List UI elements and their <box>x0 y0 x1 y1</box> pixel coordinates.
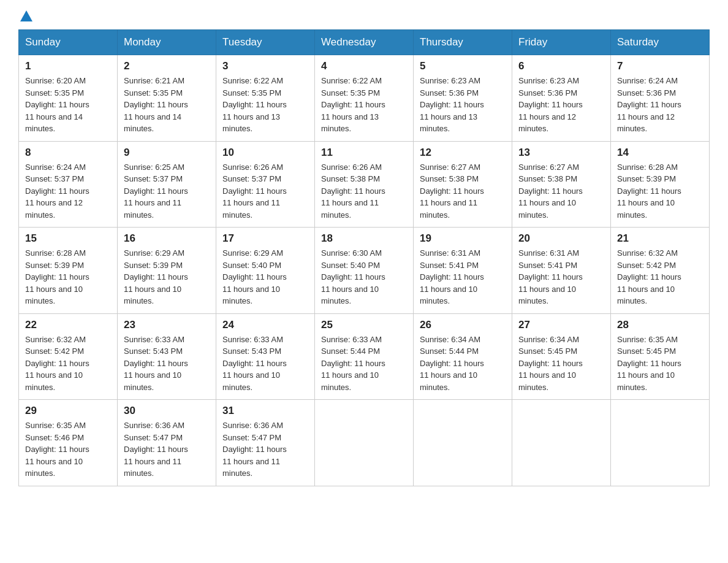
calendar-cell: 29Sunrise: 6:35 AMSunset: 5:46 PMDayligh… <box>19 400 118 486</box>
calendar-cell: 31Sunrise: 6:36 AMSunset: 5:47 PMDayligh… <box>216 400 315 486</box>
header-cell-thursday: Thursday <box>414 30 512 55</box>
day-number: 20 <box>518 232 604 245</box>
calendar-cell: 26Sunrise: 6:34 AMSunset: 5:44 PMDayligh… <box>414 313 512 400</box>
day-info: Sunrise: 6:30 AMSunset: 5:40 PMDaylight:… <box>321 247 407 307</box>
day-info: Sunrise: 6:21 AMSunset: 5:35 PMDaylight:… <box>124 75 210 135</box>
day-number: 16 <box>124 232 210 245</box>
day-info: Sunrise: 6:29 AMSunset: 5:40 PMDaylight:… <box>222 247 308 307</box>
day-number: 13 <box>518 147 604 159</box>
calendar-cell <box>414 400 512 486</box>
calendar-cell: 24Sunrise: 6:33 AMSunset: 5:43 PMDayligh… <box>216 313 315 400</box>
day-info: Sunrise: 6:22 AMSunset: 5:35 PMDaylight:… <box>321 75 407 135</box>
day-number: 28 <box>617 319 703 331</box>
day-info: Sunrise: 6:33 AMSunset: 5:43 PMDaylight:… <box>124 334 210 394</box>
calendar-cell: 5Sunrise: 6:23 AMSunset: 5:36 PMDaylight… <box>414 55 512 142</box>
day-info: Sunrise: 6:20 AMSunset: 5:35 PMDaylight:… <box>25 75 111 135</box>
calendar-cell: 6Sunrise: 6:23 AMSunset: 5:36 PMDaylight… <box>512 55 611 142</box>
calendar-cell: 25Sunrise: 6:33 AMSunset: 5:44 PMDayligh… <box>315 313 414 400</box>
week-row-5: 29Sunrise: 6:35 AMSunset: 5:46 PMDayligh… <box>19 400 710 486</box>
week-row-1: 1Sunrise: 6:20 AMSunset: 5:35 PMDaylight… <box>19 55 710 142</box>
day-info: Sunrise: 6:32 AMSunset: 5:42 PMDaylight:… <box>25 334 111 394</box>
week-row-4: 22Sunrise: 6:32 AMSunset: 5:42 PMDayligh… <box>19 313 710 400</box>
calendar-cell: 13Sunrise: 6:27 AMSunset: 5:38 PMDayligh… <box>512 141 611 228</box>
day-number: 25 <box>321 319 407 331</box>
day-info: Sunrise: 6:29 AMSunset: 5:39 PMDaylight:… <box>124 247 210 307</box>
calendar-cell: 16Sunrise: 6:29 AMSunset: 5:39 PMDayligh… <box>118 228 216 314</box>
day-number: 30 <box>124 405 210 417</box>
day-number: 17 <box>222 232 308 245</box>
calendar-cell: 3Sunrise: 6:22 AMSunset: 5:35 PMDaylight… <box>216 55 315 142</box>
header-cell-wednesday: Wednesday <box>315 30 414 55</box>
day-info: Sunrise: 6:32 AMSunset: 5:42 PMDaylight:… <box>617 247 703 307</box>
header-cell-sunday: Sunday <box>19 30 118 55</box>
day-info: Sunrise: 6:35 AMSunset: 5:46 PMDaylight:… <box>25 419 111 480</box>
calendar-cell: 18Sunrise: 6:30 AMSunset: 5:40 PMDayligh… <box>315 228 414 314</box>
day-number: 5 <box>420 60 506 72</box>
day-number: 23 <box>124 319 210 331</box>
calendar-cell: 27Sunrise: 6:34 AMSunset: 5:45 PMDayligh… <box>512 313 611 400</box>
day-number: 18 <box>321 232 407 245</box>
calendar-cell: 10Sunrise: 6:26 AMSunset: 5:37 PMDayligh… <box>216 141 315 228</box>
day-number: 11 <box>321 147 407 159</box>
day-number: 6 <box>518 60 604 72</box>
day-info: Sunrise: 6:35 AMSunset: 5:45 PMDaylight:… <box>617 334 703 394</box>
calendar-cell: 19Sunrise: 6:31 AMSunset: 5:41 PMDayligh… <box>414 228 512 314</box>
day-number: 3 <box>222 60 308 72</box>
day-info: Sunrise: 6:24 AMSunset: 5:37 PMDaylight:… <box>25 161 111 221</box>
calendar-cell <box>611 400 710 486</box>
logo-triangle-icon <box>20 10 32 21</box>
day-number: 8 <box>25 147 111 159</box>
day-info: Sunrise: 6:28 AMSunset: 5:39 PMDaylight:… <box>25 247 111 307</box>
day-number: 2 <box>124 60 210 72</box>
day-number: 10 <box>222 147 308 159</box>
calendar-cell: 17Sunrise: 6:29 AMSunset: 5:40 PMDayligh… <box>216 228 315 314</box>
calendar-cell <box>315 400 414 486</box>
day-info: Sunrise: 6:34 AMSunset: 5:44 PMDaylight:… <box>420 334 506 394</box>
calendar-cell: 20Sunrise: 6:31 AMSunset: 5:41 PMDayligh… <box>512 228 611 314</box>
day-info: Sunrise: 6:36 AMSunset: 5:47 PMDaylight:… <box>124 419 210 480</box>
week-row-3: 15Sunrise: 6:28 AMSunset: 5:39 PMDayligh… <box>19 228 710 314</box>
calendar-cell: 30Sunrise: 6:36 AMSunset: 5:47 PMDayligh… <box>118 400 216 486</box>
day-number: 29 <box>25 405 111 417</box>
day-number: 12 <box>420 147 506 159</box>
day-number: 15 <box>25 232 111 245</box>
calendar-cell: 11Sunrise: 6:26 AMSunset: 5:38 PMDayligh… <box>315 141 414 228</box>
day-info: Sunrise: 6:31 AMSunset: 5:41 PMDaylight:… <box>518 247 604 307</box>
header-row: SundayMondayTuesdayWednesdayThursdayFrid… <box>19 30 710 55</box>
calendar-cell <box>512 400 611 486</box>
day-number: 14 <box>617 147 703 159</box>
header-cell-friday: Friday <box>512 30 611 55</box>
calendar-cell: 12Sunrise: 6:27 AMSunset: 5:38 PMDayligh… <box>414 141 512 228</box>
day-info: Sunrise: 6:27 AMSunset: 5:38 PMDaylight:… <box>518 161 604 221</box>
day-number: 22 <box>25 319 111 331</box>
day-info: Sunrise: 6:25 AMSunset: 5:37 PMDaylight:… <box>124 161 210 221</box>
week-row-2: 8Sunrise: 6:24 AMSunset: 5:37 PMDaylight… <box>19 141 710 228</box>
day-number: 9 <box>124 147 210 159</box>
calendar-cell: 9Sunrise: 6:25 AMSunset: 5:37 PMDaylight… <box>118 141 216 228</box>
day-info: Sunrise: 6:22 AMSunset: 5:35 PMDaylight:… <box>222 75 308 135</box>
day-info: Sunrise: 6:23 AMSunset: 5:36 PMDaylight:… <box>518 75 604 135</box>
day-info: Sunrise: 6:26 AMSunset: 5:38 PMDaylight:… <box>321 161 407 221</box>
day-info: Sunrise: 6:28 AMSunset: 5:39 PMDaylight:… <box>617 161 703 221</box>
day-number: 4 <box>321 60 407 72</box>
day-number: 7 <box>617 60 703 72</box>
day-info: Sunrise: 6:24 AMSunset: 5:36 PMDaylight:… <box>617 75 703 135</box>
calendar-cell: 8Sunrise: 6:24 AMSunset: 5:37 PMDaylight… <box>19 141 118 228</box>
day-info: Sunrise: 6:33 AMSunset: 5:43 PMDaylight:… <box>222 334 308 394</box>
day-number: 27 <box>518 319 604 331</box>
calendar-cell: 15Sunrise: 6:28 AMSunset: 5:39 PMDayligh… <box>19 228 118 314</box>
calendar-cell: 1Sunrise: 6:20 AMSunset: 5:35 PMDaylight… <box>19 55 118 142</box>
calendar-cell: 14Sunrise: 6:28 AMSunset: 5:39 PMDayligh… <box>611 141 710 228</box>
calendar-cell: 7Sunrise: 6:24 AMSunset: 5:36 PMDaylight… <box>611 55 710 142</box>
logo <box>18 12 32 23</box>
header-cell-tuesday: Tuesday <box>216 30 315 55</box>
day-number: 31 <box>222 405 308 417</box>
day-number: 19 <box>420 232 506 245</box>
day-info: Sunrise: 6:23 AMSunset: 5:36 PMDaylight:… <box>420 75 506 135</box>
day-number: 24 <box>222 319 308 331</box>
day-info: Sunrise: 6:34 AMSunset: 5:45 PMDaylight:… <box>518 334 604 394</box>
day-number: 21 <box>617 232 703 245</box>
calendar-cell: 21Sunrise: 6:32 AMSunset: 5:42 PMDayligh… <box>611 228 710 314</box>
day-info: Sunrise: 6:31 AMSunset: 5:41 PMDaylight:… <box>420 247 506 307</box>
day-info: Sunrise: 6:27 AMSunset: 5:38 PMDaylight:… <box>420 161 506 221</box>
